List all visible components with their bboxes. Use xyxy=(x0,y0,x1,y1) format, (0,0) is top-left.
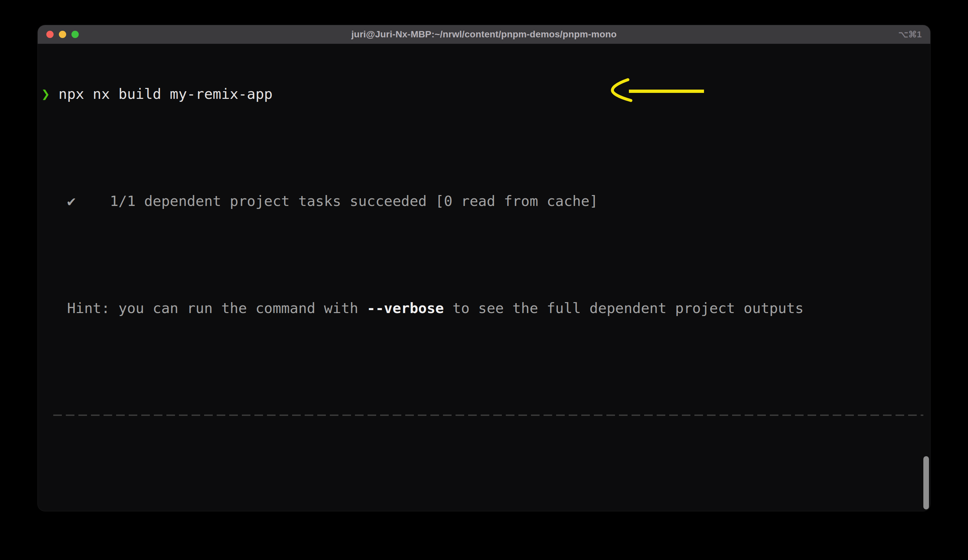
blank-line xyxy=(41,139,930,156)
gray-dashed-separator xyxy=(53,415,923,416)
tasks-succeeded-line: ✔ 1/1 dependent project tasks succeeded … xyxy=(41,192,930,210)
separator-row xyxy=(41,406,930,424)
desktop-background: juri@Juri-Nx-MBP:~/nrwl/content/pnpm-dem… xyxy=(0,0,968,560)
command-text: npx nx build my-remix-app xyxy=(50,86,273,102)
prompt-chevron-icon: ❯ xyxy=(41,86,50,102)
traffic-lights xyxy=(46,25,79,44)
command-line: ❯ npx nx build my-remix-app xyxy=(41,85,930,103)
hint-text-pre: Hint: you can run the command with xyxy=(41,300,367,316)
scrollbar-thumb[interactable] xyxy=(923,456,929,509)
verbose-flag: --verbose xyxy=(367,300,444,316)
hint-text-post: to see the full dependent project output… xyxy=(444,300,804,316)
hint-line: Hint: you can run the command with --ver… xyxy=(41,299,930,317)
terminal-window: juri@Juri-Nx-MBP:~/nrwl/content/pnpm-dem… xyxy=(38,25,930,511)
minimize-button[interactable] xyxy=(59,31,66,38)
blank-line xyxy=(41,246,930,263)
titlebar[interactable]: juri@Juri-Nx-MBP:~/nrwl/content/pnpm-dem… xyxy=(38,25,930,44)
zoom-button[interactable] xyxy=(71,31,79,38)
close-button[interactable] xyxy=(46,31,54,38)
window-title: juri@Juri-Nx-MBP:~/nrwl/content/pnpm-dem… xyxy=(38,29,930,40)
terminal-content[interactable]: ❯ npx nx build my-remix-app ✔ 1/1 depend… xyxy=(38,44,930,511)
tab-shortcut-label: ⌥⌘1 xyxy=(898,30,922,40)
blank-line xyxy=(41,353,930,370)
blank-line xyxy=(41,460,930,478)
